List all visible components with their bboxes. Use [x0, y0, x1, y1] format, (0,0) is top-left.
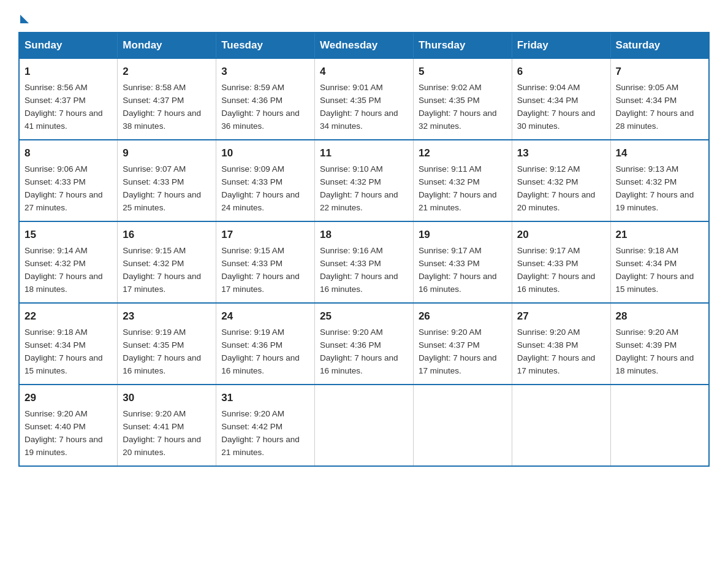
day-info: Sunrise: 9:06 AMSunset: 4:33 PMDaylight:…: [25, 164, 103, 212]
day-info: Sunrise: 9:17 AMSunset: 4:33 PMDaylight:…: [419, 246, 497, 294]
calendar-cell: 13 Sunrise: 9:12 AMSunset: 4:32 PMDaylig…: [512, 140, 610, 221]
calendar-cell: 30 Sunrise: 9:20 AMSunset: 4:41 PMDaylig…: [118, 385, 216, 466]
calendar-cell: [413, 385, 512, 466]
day-number: 8: [25, 145, 112, 161]
day-number: 25: [320, 308, 408, 324]
calendar-cell: 23 Sunrise: 9:19 AMSunset: 4:35 PMDaylig…: [118, 303, 216, 385]
day-number: 21: [616, 227, 703, 243]
calendar-cell: 26 Sunrise: 9:20 AMSunset: 4:37 PMDaylig…: [413, 303, 512, 385]
day-info: Sunrise: 9:20 AMSunset: 4:38 PMDaylight:…: [517, 327, 596, 375]
weekday-header-monday: Monday: [118, 33, 216, 58]
day-info: Sunrise: 9:20 AMSunset: 4:36 PMDaylight:…: [320, 327, 398, 375]
day-info: Sunrise: 9:18 AMSunset: 4:34 PMDaylight:…: [25, 327, 103, 375]
day-number: 6: [517, 64, 605, 80]
calendar-cell: 7 Sunrise: 9:05 AMSunset: 4:34 PMDayligh…: [610, 58, 709, 140]
logo-arrow-icon: [20, 15, 29, 23]
day-info: Sunrise: 9:07 AMSunset: 4:33 PMDaylight:…: [123, 164, 201, 212]
day-info: Sunrise: 9:10 AMSunset: 4:32 PMDaylight:…: [320, 164, 398, 212]
day-info: Sunrise: 8:56 AMSunset: 4:37 PMDaylight:…: [25, 83, 103, 131]
calendar-cell: 9 Sunrise: 9:07 AMSunset: 4:33 PMDayligh…: [118, 140, 216, 221]
calendar-cell: 25 Sunrise: 9:20 AMSunset: 4:36 PMDaylig…: [315, 303, 414, 385]
calendar-cell: 19 Sunrise: 9:17 AMSunset: 4:33 PMDaylig…: [413, 221, 512, 303]
calendar-cell: 15 Sunrise: 9:14 AMSunset: 4:32 PMDaylig…: [19, 221, 118, 303]
day-info: Sunrise: 9:01 AMSunset: 4:35 PMDaylight:…: [320, 83, 398, 131]
weekday-header-tuesday: Tuesday: [216, 33, 315, 58]
calendar-cell: 3 Sunrise: 8:59 AMSunset: 4:36 PMDayligh…: [216, 58, 315, 140]
day-info: Sunrise: 9:15 AMSunset: 4:32 PMDaylight:…: [123, 246, 201, 294]
day-number: 7: [616, 64, 703, 80]
day-number: 22: [25, 308, 112, 324]
day-number: 1: [25, 64, 112, 80]
calendar-cell: 10 Sunrise: 9:09 AMSunset: 4:33 PMDaylig…: [216, 140, 315, 221]
calendar-week-row: 22 Sunrise: 9:18 AMSunset: 4:34 PMDaylig…: [19, 303, 709, 385]
day-number: 11: [320, 145, 408, 161]
day-info: Sunrise: 9:12 AMSunset: 4:32 PMDaylight:…: [517, 164, 596, 212]
calendar-cell: [610, 385, 709, 466]
day-number: 13: [517, 145, 605, 161]
calendar-cell: 11 Sunrise: 9:10 AMSunset: 4:32 PMDaylig…: [315, 140, 414, 221]
calendar-cell: 31 Sunrise: 9:20 AMSunset: 4:42 PMDaylig…: [216, 385, 315, 466]
day-info: Sunrise: 9:13 AMSunset: 4:32 PMDaylight:…: [616, 164, 694, 212]
weekday-header-thursday: Thursday: [413, 33, 512, 58]
day-number: 2: [123, 64, 211, 80]
day-info: Sunrise: 9:20 AMSunset: 4:39 PMDaylight:…: [616, 327, 694, 375]
day-number: 27: [517, 308, 605, 324]
day-number: 20: [517, 227, 605, 243]
calendar-cell: 4 Sunrise: 9:01 AMSunset: 4:35 PMDayligh…: [315, 58, 414, 140]
weekday-header-saturday: Saturday: [610, 33, 709, 58]
day-number: 23: [123, 308, 211, 324]
day-info: Sunrise: 9:20 AMSunset: 4:41 PMDaylight:…: [123, 409, 201, 457]
day-number: 31: [221, 390, 309, 406]
day-number: 10: [221, 145, 309, 161]
logo: [18, 12, 29, 21]
calendar-week-row: 8 Sunrise: 9:06 AMSunset: 4:33 PMDayligh…: [19, 140, 709, 221]
weekday-header-wednesday: Wednesday: [315, 33, 414, 58]
calendar-cell: [315, 385, 414, 466]
day-number: 16: [123, 227, 211, 243]
calendar-cell: 27 Sunrise: 9:20 AMSunset: 4:38 PMDaylig…: [512, 303, 610, 385]
day-number: 4: [320, 64, 408, 80]
day-info: Sunrise: 9:09 AMSunset: 4:33 PMDaylight:…: [221, 164, 300, 212]
day-info: Sunrise: 9:15 AMSunset: 4:33 PMDaylight:…: [221, 246, 300, 294]
calendar-cell: [512, 385, 610, 466]
calendar-week-row: 29 Sunrise: 9:20 AMSunset: 4:40 PMDaylig…: [19, 385, 709, 466]
calendar-cell: 29 Sunrise: 9:20 AMSunset: 4:40 PMDaylig…: [19, 385, 118, 466]
day-number: 9: [123, 145, 211, 161]
day-info: Sunrise: 9:16 AMSunset: 4:33 PMDaylight:…: [320, 246, 398, 294]
calendar-cell: 14 Sunrise: 9:13 AMSunset: 4:32 PMDaylig…: [610, 140, 709, 221]
calendar-cell: 28 Sunrise: 9:20 AMSunset: 4:39 PMDaylig…: [610, 303, 709, 385]
calendar-cell: 20 Sunrise: 9:17 AMSunset: 4:33 PMDaylig…: [512, 221, 610, 303]
day-number: 28: [616, 308, 703, 324]
day-info: Sunrise: 9:20 AMSunset: 4:42 PMDaylight:…: [221, 409, 300, 457]
day-info: Sunrise: 9:05 AMSunset: 4:34 PMDaylight:…: [616, 83, 694, 131]
calendar-cell: 21 Sunrise: 9:18 AMSunset: 4:34 PMDaylig…: [610, 221, 709, 303]
calendar-cell: 18 Sunrise: 9:16 AMSunset: 4:33 PMDaylig…: [315, 221, 414, 303]
day-info: Sunrise: 9:04 AMSunset: 4:34 PMDaylight:…: [517, 83, 596, 131]
day-number: 19: [419, 227, 507, 243]
day-number: 17: [221, 227, 309, 243]
calendar-cell: 17 Sunrise: 9:15 AMSunset: 4:33 PMDaylig…: [216, 221, 315, 303]
day-number: 30: [123, 390, 211, 406]
calendar-cell: 1 Sunrise: 8:56 AMSunset: 4:37 PMDayligh…: [19, 58, 118, 140]
calendar-cell: 12 Sunrise: 9:11 AMSunset: 4:32 PMDaylig…: [413, 140, 512, 221]
day-number: 29: [25, 390, 112, 406]
day-info: Sunrise: 9:19 AMSunset: 4:35 PMDaylight:…: [123, 327, 201, 375]
day-number: 15: [25, 227, 112, 243]
calendar-cell: 6 Sunrise: 9:04 AMSunset: 4:34 PMDayligh…: [512, 58, 610, 140]
calendar-cell: 22 Sunrise: 9:18 AMSunset: 4:34 PMDaylig…: [19, 303, 118, 385]
day-number: 26: [419, 308, 507, 324]
calendar-cell: 2 Sunrise: 8:58 AMSunset: 4:37 PMDayligh…: [118, 58, 216, 140]
day-number: 24: [221, 308, 309, 324]
weekday-header-friday: Friday: [512, 33, 610, 58]
day-number: 12: [419, 145, 507, 161]
day-number: 5: [419, 64, 507, 80]
weekday-header-sunday: Sunday: [19, 33, 118, 58]
calendar-cell: 16 Sunrise: 9:15 AMSunset: 4:32 PMDaylig…: [118, 221, 216, 303]
calendar-cell: 5 Sunrise: 9:02 AMSunset: 4:35 PMDayligh…: [413, 58, 512, 140]
calendar-header-row: SundayMondayTuesdayWednesdayThursdayFrid…: [19, 33, 709, 58]
day-info: Sunrise: 9:20 AMSunset: 4:40 PMDaylight:…: [25, 409, 103, 457]
day-info: Sunrise: 9:02 AMSunset: 4:35 PMDaylight:…: [419, 83, 497, 131]
page-header: [18, 12, 710, 21]
calendar-cell: 8 Sunrise: 9:06 AMSunset: 4:33 PMDayligh…: [19, 140, 118, 221]
calendar-cell: 24 Sunrise: 9:19 AMSunset: 4:36 PMDaylig…: [216, 303, 315, 385]
